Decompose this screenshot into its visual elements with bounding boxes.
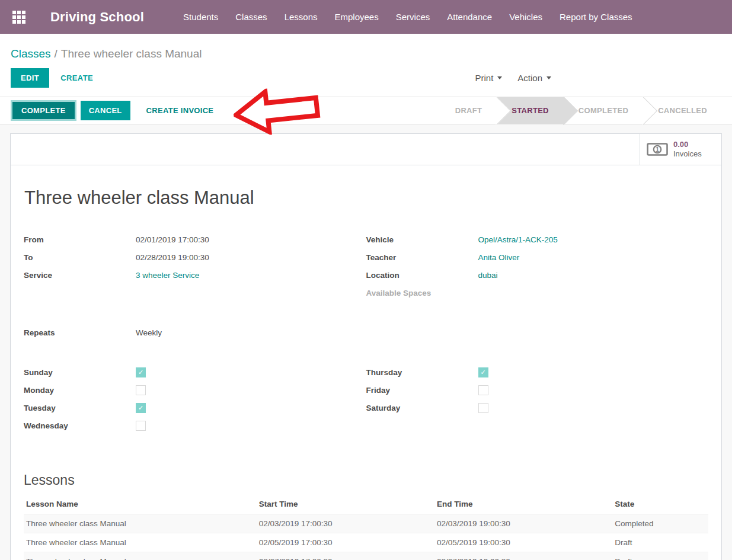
lesson-row[interactable]: Three wheeler class Manual 02/07/2019 17…	[24, 552, 708, 560]
lesson-name-cell: Three wheeler class Manual	[24, 552, 257, 560]
status-steps: DRAFT STARTED COMPLETED CANCELLED	[440, 97, 722, 124]
lesson-end-cell: 02/07/2019 19:00:30	[434, 552, 612, 560]
chevron-down-icon	[547, 76, 551, 79]
wednesday-checkbox[interactable]	[136, 421, 146, 431]
thursday-checkbox[interactable]	[478, 367, 488, 377]
menu-services[interactable]: Services	[396, 12, 430, 22]
apps-grid-icon[interactable]	[12, 10, 26, 24]
repeats-block: Repeats Weekly	[24, 328, 708, 346]
cancel-button[interactable]: CANCEL	[81, 101, 130, 120]
vehicle-link[interactable]: Opel/Astra/1-ACK-205	[478, 235, 558, 244]
action-dropdown[interactable]: Action	[517, 73, 551, 83]
menu-students[interactable]: Students	[183, 12, 218, 22]
field-available-spaces: Available Spaces	[366, 289, 709, 306]
weekday-column-right: Thursday Friday Saturday	[366, 368, 709, 439]
monday-checkbox[interactable]	[136, 385, 146, 395]
saturday-checkbox[interactable]	[478, 403, 488, 413]
menu-attendance[interactable]: Attendance	[447, 12, 492, 22]
action-label: Action	[517, 73, 542, 83]
chevron-down-icon	[497, 76, 502, 79]
field-column-left: From 02/01/2019 17:00:30 To 02/28/2019 1…	[24, 235, 366, 306]
breadcrumb-current: Three wheeler class Manual	[61, 47, 202, 60]
invoices-amount: 0.00	[673, 140, 702, 149]
location-link[interactable]: dubai	[478, 271, 498, 280]
menu-classes[interactable]: Classes	[235, 12, 267, 22]
tuesday-checkbox[interactable]	[136, 403, 146, 413]
breadcrumb: Classes/Three wheeler class Manual	[0, 34, 732, 60]
field-label: Available Spaces	[366, 289, 478, 297]
col-start-time[interactable]: Start Time	[257, 495, 434, 514]
lesson-end-cell: 02/05/2019 19:00:30	[434, 533, 612, 552]
breadcrumb-classes-link[interactable]: Classes	[11, 47, 51, 60]
menu-employees[interactable]: Employees	[335, 12, 379, 22]
field-value: 02/01/2019 17:00:30	[136, 235, 209, 244]
weekday-wednesday: Wednesday	[24, 421, 366, 439]
field-column-right: Vehicle Opel/Astra/1-ACK-205 Teacher Ani…	[366, 235, 709, 306]
field-groups: From 02/01/2019 17:00:30 To 02/28/2019 1…	[24, 235, 708, 306]
weekday-thursday: Thursday	[366, 368, 709, 386]
weekday-friday: Friday	[366, 386, 709, 404]
field-label: Sunday	[24, 368, 136, 377]
sunday-checkbox[interactable]	[136, 367, 146, 377]
col-end-time[interactable]: End Time	[434, 495, 612, 514]
invoices-smart-button[interactable]: 1 0.00 Invoices	[640, 134, 721, 165]
page: Driving School Students Classes Lessons …	[0, 0, 732, 560]
field-to: To 02/28/2019 19:00:30	[24, 253, 366, 271]
lesson-name-cell: Three wheeler class Manual	[24, 514, 257, 533]
field-label: From	[24, 235, 136, 244]
content-background: 1 0.00 Invoices Three wheeler class Manu…	[0, 124, 732, 560]
menu-vehicles[interactable]: Vehicles	[509, 12, 542, 22]
weekday-checkboxes: Sunday Monday Tuesday Wednesday	[24, 368, 708, 439]
col-state[interactable]: State	[612, 495, 708, 514]
weekday-column-left: Sunday Monday Tuesday Wednesday	[24, 368, 366, 439]
field-value: Weekly	[136, 328, 162, 337]
record-title: Three wheeler class Manual	[24, 187, 708, 209]
top-navbar: Driving School Students Classes Lessons …	[0, 0, 732, 34]
app-title[interactable]: Driving School	[50, 9, 144, 25]
breadcrumb-separator: /	[51, 47, 61, 60]
field-label: Location	[366, 271, 478, 280]
field-label: Saturday	[366, 404, 478, 412]
lesson-end-cell: 02/03/2019 19:00:30	[434, 514, 612, 533]
lesson-state-cell: Draft	[612, 533, 708, 552]
field-label: Service	[24, 271, 136, 280]
form-sheet: 1 0.00 Invoices Three wheeler class Manu…	[10, 133, 722, 560]
lesson-start-cell: 02/05/2019 17:00:30	[257, 533, 434, 552]
status-step-label: CANCELLED	[658, 106, 707, 115]
grid-icon	[12, 11, 25, 24]
status-step-draft[interactable]: DRAFT	[440, 97, 497, 124]
service-link[interactable]: 3 wheeler Service	[136, 271, 199, 280]
edit-button[interactable]: EDIT	[11, 68, 49, 88]
create-invoice-button[interactable]: CREATE INVOICE	[146, 106, 214, 115]
print-dropdown[interactable]: Print	[475, 73, 502, 83]
status-step-label: COMPLETED	[579, 106, 628, 115]
field-vehicle: Vehicle Opel/Astra/1-ACK-205	[366, 235, 709, 253]
weekday-sunday: Sunday	[24, 368, 366, 386]
field-label: Thursday	[366, 368, 478, 377]
money-bill-icon: 1	[647, 143, 668, 156]
field-service: Service 3 wheeler Service	[24, 271, 366, 289]
menu-report-by-classes[interactable]: Report by Classes	[560, 12, 632, 22]
weekday-saturday: Saturday	[366, 404, 709, 421]
field-teacher: Teacher Anita Oliver	[366, 253, 709, 271]
col-lesson-name[interactable]: Lesson Name	[24, 495, 257, 514]
invoices-smart-button-texts: 0.00 Invoices	[673, 140, 702, 159]
friday-checkbox[interactable]	[478, 385, 488, 395]
complete-button[interactable]: COMPLETE	[11, 100, 76, 121]
lessons-table: Lesson Name Start Time End Time State Th…	[24, 495, 708, 560]
teacher-link[interactable]: Anita Oliver	[478, 253, 520, 262]
create-button[interactable]: CREATE	[60, 73, 93, 82]
status-step-label: DRAFT	[455, 106, 482, 115]
field-label: Tuesday	[24, 404, 136, 412]
menu-lessons[interactable]: Lessons	[285, 12, 318, 22]
smart-button-band: 1 0.00 Invoices	[11, 134, 721, 165]
lesson-row[interactable]: Three wheeler class Manual 02/05/2019 17…	[24, 533, 708, 552]
weekday-tuesday: Tuesday	[24, 404, 366, 421]
lessons-header-row: Lesson Name Start Time End Time State	[24, 495, 708, 514]
field-label: Friday	[366, 386, 478, 395]
lesson-row[interactable]: Three wheeler class Manual 02/03/2019 17…	[24, 514, 708, 533]
field-label: To	[24, 253, 136, 262]
field-value: 02/28/2019 19:00:30	[136, 253, 209, 262]
field-repeats: Repeats Weekly	[24, 328, 708, 346]
action-menus: Print Action	[475, 73, 551, 83]
